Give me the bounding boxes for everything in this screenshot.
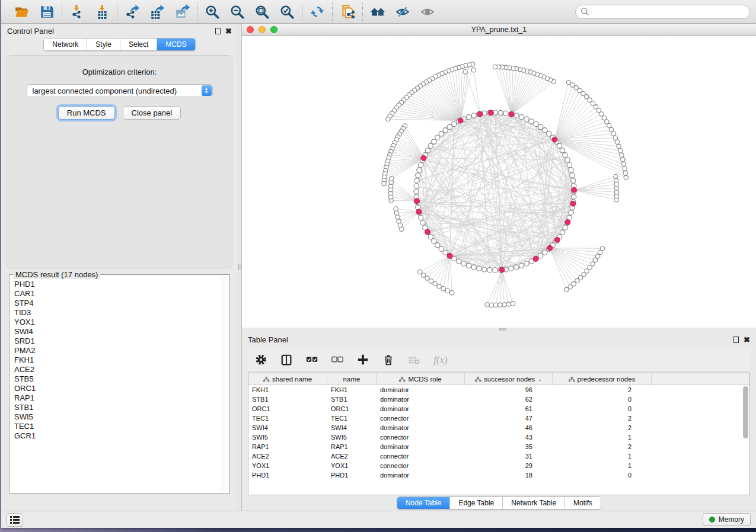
tab-edge-table[interactable]: Edge Table [449,497,502,509]
close-panel-icon[interactable]: ✖ [225,27,232,35]
run-mcds-button[interactable]: Run MCDS [58,106,115,120]
mcds-result-item[interactable]: ORC1 [14,384,222,393]
column-header-MCDS-role[interactable]: MCDS role [377,373,465,384]
table-row[interactable]: ACE2ACE2connector311 [248,451,749,461]
network-window-titlebar: YPA_prune.txt_1 [242,24,756,36]
table-cell: FKH1 [327,386,377,393]
horizontal-splitter[interactable] [242,328,756,332]
close-panel-button[interactable]: Close panel [123,106,181,120]
open-file-icon[interactable] [14,4,30,20]
table-cell: 96 [465,386,553,393]
task-history-button[interactable] [7,513,23,527]
columns-icon[interactable] [280,354,294,367]
home-icon[interactable] [369,4,386,20]
zoom-fit-icon[interactable] [254,4,270,20]
mcds-result-item[interactable]: STB1 [14,403,222,412]
tab-network-table[interactable]: Network Table [502,497,564,509]
mcds-result-item[interactable]: PMA2 [14,346,222,355]
column-header-shared-name[interactable]: shared name [248,373,327,384]
mcds-result-item[interactable]: SWI5 [14,412,222,422]
memory-button[interactable]: Memory [703,513,751,526]
table-cell: 2 [553,386,652,393]
add-icon[interactable] [357,354,370,367]
tab-motifs[interactable]: Motifs [564,497,601,509]
float-panel-icon[interactable] [733,336,739,343]
export-network-icon[interactable] [124,4,141,20]
mcds-result-item[interactable]: TID3 [14,308,222,318]
table-cell: 29 [465,462,553,469]
tab-mcds[interactable]: MCDS [157,39,194,50]
status-bar: Memory [1,511,756,528]
table-cell: connector [377,453,465,460]
import-table-icon[interactable] [94,4,110,20]
table-row[interactable]: ORC1ORC1dominator610 [248,404,749,414]
delete-icon[interactable] [382,354,395,367]
table-row[interactable]: RAP1RAP1dominator352 [248,442,749,451]
save-icon[interactable] [39,4,55,20]
export-table-icon[interactable] [149,4,165,20]
table-row[interactable]: YOX1YOX1connector291 [248,461,749,470]
column-header-name[interactable]: name [327,373,377,384]
application-window: Control Panel ✖ NetworkStyleSelectMCDS O… [1,0,756,528]
mcds-result-item[interactable]: RAP1 [14,393,222,403]
mcds-result-item[interactable]: CAR1 [14,289,222,299]
select-all-icon[interactable] [306,354,319,367]
table-cell: 2 [553,443,652,450]
mcds-result-item[interactable]: ACE2 [14,365,222,374]
gear-icon[interactable] [255,354,268,367]
table-cell: TEC1 [327,415,377,422]
mcds-result-list[interactable]: PHD1CAR1STP4TID3YOX1SWI4SRD1PMA2FKH1ACE2… [10,275,222,492]
table-row[interactable]: FKH1FKH1dominator962 [248,385,749,395]
float-panel-icon[interactable] [215,28,221,34]
namespace-icon [475,376,481,382]
table-panel: Table Panel ✖ f(x) shared namenameMCDS r… [242,332,756,511]
table-row[interactable]: SWI5SWI5connector431 [248,432,749,442]
import-network-icon[interactable] [69,4,85,20]
network-view[interactable] [242,36,756,328]
mcds-result-item[interactable]: FKH1 [14,355,222,365]
refresh-icon[interactable] [309,4,326,20]
table-row[interactable]: STB1STB1dominator620 [248,395,749,404]
close-panel-icon[interactable]: ✖ [744,336,750,344]
zoom-in-icon[interactable] [204,4,221,20]
delete-table-icon [408,354,421,367]
criterion-select[interactable]: largest connected component (undirected)… [27,84,213,97]
mcds-list-scrollbar[interactable] [222,275,229,492]
hide-eye-icon[interactable] [394,4,411,20]
table-row[interactable]: SWI4SWI4dominator462 [248,423,749,432]
clone-network-icon[interactable] [339,4,356,20]
tab-network[interactable]: Network [44,39,87,50]
zoom-selected-icon[interactable] [279,4,295,20]
export-image-icon[interactable] [174,4,190,20]
table-row[interactable]: TEC1TEC1connector472 [248,414,749,423]
table-cell: 18 [465,472,553,479]
mcds-result-item[interactable]: STP4 [14,299,222,308]
mcds-result-item[interactable]: YOX1 [14,318,222,327]
zoom-out-icon[interactable] [229,4,245,20]
splitter-grip[interactable] [499,328,506,331]
tab-node-table[interactable]: Node Table [397,497,450,509]
vertical-splitter[interactable] [238,24,242,511]
mcds-result-item[interactable]: SWI4 [14,327,222,336]
search-input[interactable] [575,5,750,19]
mcds-result-item[interactable]: SRD1 [14,336,222,346]
column-header-successor-nodes[interactable]: successor nodes⌄ [465,373,553,384]
table-cell: ORC1 [248,405,327,412]
table-row[interactable]: PHD1PHD1dominator180 [248,470,749,480]
column-header-predecessor-nodes[interactable]: predecessor nodes [553,373,652,384]
sort-desc-icon: ⌄ [537,376,542,382]
table-cell: ORC1 [327,405,377,412]
mcds-result-item[interactable]: GCR1 [14,431,222,441]
table-cell: dominator [377,396,465,403]
mcds-result-group: MCDS result (17 nodes) PHD1CAR1STP4TID3Y… [9,274,230,493]
mcds-result-item[interactable]: PHD1 [14,280,222,289]
tab-style[interactable]: Style [87,39,120,50]
table-scrollbar[interactable] [743,386,748,438]
show-eye-icon[interactable] [419,4,436,20]
table-cell: SWI4 [248,424,327,431]
tab-select[interactable]: Select [120,39,157,50]
deselect-all-icon[interactable] [331,354,344,367]
mcds-result-item[interactable]: TEC1 [14,422,222,431]
table-cell: dominator [377,472,465,479]
mcds-result-item[interactable]: STB5 [14,374,222,384]
